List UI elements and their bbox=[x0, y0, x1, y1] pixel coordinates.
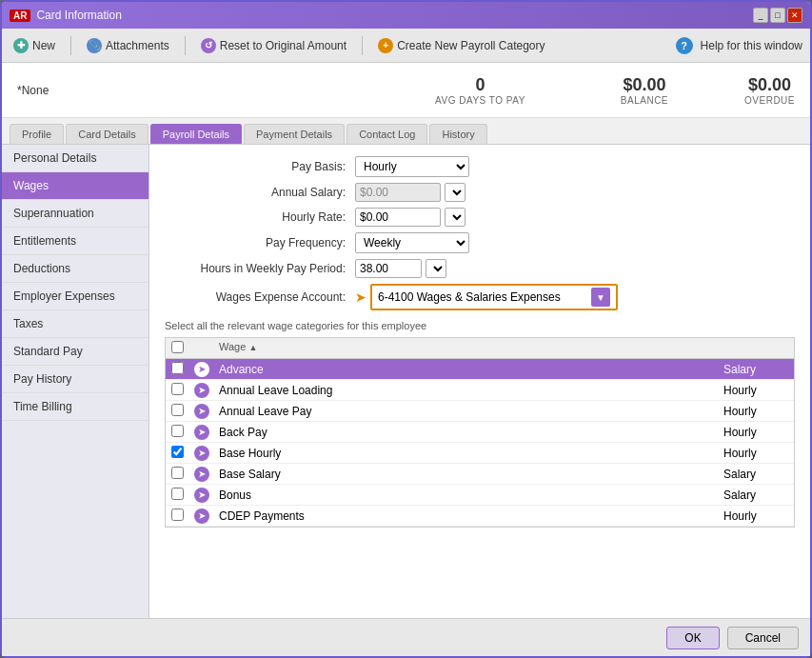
add-back-pay-button[interactable]: ➤ bbox=[194, 425, 209, 440]
row-checkbox-base-salary[interactable] bbox=[171, 467, 184, 479]
window-title: Card Information bbox=[36, 9, 121, 22]
avg-days-item: 0 AVG DAYS TO PAY bbox=[435, 75, 525, 106]
wage-name-base-hourly: Base Hourly bbox=[213, 445, 718, 462]
table-row: ➤ Back Pay Hourly bbox=[166, 422, 794, 443]
main-panel: Pay Basis: Hourly Salary Annual Salary: bbox=[149, 145, 810, 618]
avg-days-caption: AVG DAYS TO PAY bbox=[435, 95, 525, 106]
pay-frequency-row: Pay Frequency: Weekly Fortnightly Monthl… bbox=[165, 232, 795, 253]
sidebar-item-wages[interactable]: Wages bbox=[2, 172, 149, 200]
create-payroll-button[interactable]: + Create New Payroll Category bbox=[374, 36, 548, 55]
tab-profile[interactable]: Profile bbox=[10, 124, 64, 144]
tab-contact-log[interactable]: Contact Log bbox=[347, 124, 427, 144]
new-button[interactable]: ✚ New bbox=[10, 36, 59, 55]
hours-input[interactable] bbox=[355, 259, 422, 278]
cancel-button[interactable]: Cancel bbox=[727, 627, 799, 649]
maximize-button[interactable]: □ bbox=[770, 8, 785, 23]
add-cdep-button[interactable]: ➤ bbox=[194, 508, 209, 524]
row-checkbox-cdep[interactable] bbox=[171, 508, 184, 521]
add-base-salary-button[interactable]: ➤ bbox=[194, 467, 209, 482]
wage-type-annual-leave-loading: Hourly bbox=[718, 382, 794, 399]
row-checkbox-advance[interactable] bbox=[171, 362, 184, 374]
wage-type-advance: Salary bbox=[718, 361, 794, 378]
account-dropdown-button[interactable]: ▼ bbox=[591, 288, 610, 307]
reset-button[interactable]: ↺ Reset to Original Amount bbox=[197, 36, 350, 55]
hourly-rate-dropdown[interactable] bbox=[445, 208, 465, 227]
account-value: 6-4100 Wages & Salaries Expenses bbox=[378, 290, 561, 304]
row-checkbox-annual-leave-loading[interactable] bbox=[171, 383, 184, 395]
ok-button[interactable]: OK bbox=[666, 627, 719, 649]
table-row: ➤ CDEP Payments Hourly bbox=[166, 506, 794, 527]
sidebar-item-entitlements[interactable]: Entitlements bbox=[2, 228, 149, 255]
title-bar: AR Card Information _ □ ✕ bbox=[2, 2, 810, 29]
add-base-hourly-button[interactable]: ➤ bbox=[194, 446, 209, 461]
wage-type-base-salary: Salary bbox=[718, 466, 794, 483]
sidebar: Personal Details Wages Superannuation En… bbox=[2, 145, 149, 618]
wages-account-control: ➤ 6-4100 Wages & Salaries Expenses ▼ bbox=[355, 284, 618, 310]
wage-name-cdep: CDEP Payments bbox=[213, 508, 718, 525]
add-annual-leave-loading-button[interactable]: ➤ bbox=[194, 383, 209, 398]
wage-categories-label: Select all the relevant wage categories … bbox=[165, 320, 795, 331]
summary-none-label: *None bbox=[17, 84, 49, 97]
add-annual-leave-pay-button[interactable]: ➤ bbox=[194, 404, 209, 419]
sidebar-item-superannuation[interactable]: Superannuation bbox=[2, 200, 149, 228]
wage-table-body: ➤ Advance Salary ➤ Annual Leave Loading … bbox=[165, 359, 795, 528]
reset-icon: ↺ bbox=[201, 38, 216, 53]
hours-dropdown[interactable] bbox=[426, 259, 446, 278]
col-type bbox=[718, 341, 794, 355]
row-checkbox-annual-leave-pay[interactable] bbox=[171, 404, 184, 416]
tab-card-details[interactable]: Card Details bbox=[66, 124, 149, 144]
overdue-item: $0.00 OVERDUE bbox=[744, 75, 795, 106]
avg-days-value: 0 bbox=[435, 75, 525, 95]
row-checkbox-bonus[interactable] bbox=[171, 488, 184, 500]
overdue-value: $0.00 bbox=[744, 75, 795, 95]
tabs-bar: Profile Card Details Payroll Details Pay… bbox=[2, 118, 810, 145]
attachments-icon: 📎 bbox=[87, 38, 102, 53]
hours-row: Hours in Weekly Pay Period: bbox=[165, 259, 795, 278]
annual-salary-label: Annual Salary: bbox=[165, 186, 355, 199]
wages-account-row: Wages Expense Account: ➤ 6-4100 Wages & … bbox=[165, 284, 795, 310]
sidebar-item-personal-details[interactable]: Personal Details bbox=[2, 145, 149, 172]
pay-frequency-select[interactable]: Weekly Fortnightly Monthly bbox=[355, 232, 469, 253]
close-button[interactable]: ✕ bbox=[787, 8, 802, 23]
col-wage: Wage ▲ bbox=[213, 341, 718, 355]
table-row: ➤ Bonus Salary bbox=[166, 485, 794, 506]
hourly-rate-row: Hourly Rate: bbox=[165, 208, 795, 227]
help-button[interactable]: ? Help for this window bbox=[676, 37, 802, 54]
select-all-checkbox[interactable] bbox=[171, 341, 184, 353]
overdue-caption: OVERDUE bbox=[744, 95, 795, 106]
sidebar-item-taxes[interactable]: Taxes bbox=[2, 310, 149, 338]
sidebar-item-deductions[interactable]: Deductions bbox=[2, 255, 149, 283]
pay-basis-control: Hourly Salary bbox=[355, 156, 469, 177]
row-checkbox-base-hourly[interactable] bbox=[171, 446, 184, 458]
col-check bbox=[166, 341, 188, 355]
tab-payroll-details[interactable]: Payroll Details bbox=[150, 124, 242, 144]
toolbar-separator-1 bbox=[70, 36, 71, 55]
balance-caption: BALANCE bbox=[621, 95, 668, 106]
hours-control bbox=[355, 259, 446, 278]
sidebar-item-pay-history[interactable]: Pay History bbox=[2, 366, 149, 393]
annual-salary-dropdown[interactable] bbox=[445, 183, 465, 202]
add-bonus-button[interactable]: ➤ bbox=[194, 488, 209, 503]
sidebar-item-time-billing[interactable]: Time Billing bbox=[2, 393, 149, 421]
wages-account-label: Wages Expense Account: bbox=[165, 290, 355, 304]
row-checkbox-back-pay[interactable] bbox=[171, 425, 184, 437]
tab-history[interactable]: History bbox=[429, 124, 486, 144]
pay-basis-select[interactable]: Hourly Salary bbox=[355, 156, 469, 177]
footer-bar: OK Cancel bbox=[2, 618, 810, 656]
hourly-rate-input[interactable] bbox=[355, 208, 441, 227]
add-advance-button[interactable]: ➤ bbox=[194, 362, 209, 377]
toolbar-separator-2 bbox=[185, 36, 186, 55]
toolbar-separator-3 bbox=[362, 36, 363, 55]
sidebar-item-standard-pay[interactable]: Standard Pay bbox=[2, 338, 149, 366]
wage-name-annual-leave-pay: Annual Leave Pay bbox=[213, 403, 718, 420]
table-row: ➤ Base Hourly Hourly bbox=[166, 443, 794, 464]
tab-payment-details[interactable]: Payment Details bbox=[244, 124, 345, 144]
sidebar-item-employer-expenses[interactable]: Employer Expenses bbox=[2, 283, 149, 310]
attachments-button[interactable]: 📎 Attachments bbox=[83, 36, 173, 55]
hourly-rate-label: Hourly Rate: bbox=[165, 210, 355, 224]
summary-bar: *None 0 AVG DAYS TO PAY $0.00 BALANCE $0… bbox=[2, 63, 810, 118]
annual-salary-input[interactable] bbox=[355, 183, 441, 202]
wage-type-bonus: Salary bbox=[718, 487, 794, 504]
minimize-button[interactable]: _ bbox=[753, 8, 768, 23]
title-badge: AR bbox=[10, 10, 30, 22]
